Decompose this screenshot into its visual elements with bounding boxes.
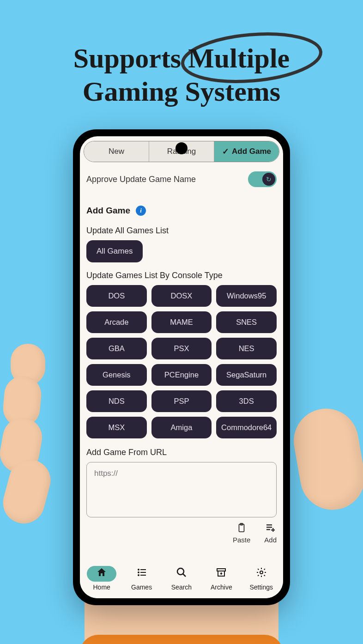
list-icon — [136, 567, 147, 581]
console-dos[interactable]: DOS — [86, 285, 147, 307]
console-grid: DOS DOSX Windows95 Arcade MAME SNES GBA … — [86, 285, 277, 438]
phone-frame: New Ranking ✓ Add Game Approve Update Ga… — [73, 129, 290, 605]
nav-home-label: Home — [93, 583, 110, 591]
tab-new[interactable]: New — [84, 141, 149, 162]
approve-toggle[interactable]: ↻ — [248, 171, 277, 187]
all-games-button[interactable]: All Games — [86, 240, 143, 262]
svg-point-10 — [138, 571, 139, 573]
console-commodore64[interactable]: Commodore64 — [216, 417, 277, 438]
home-icon — [96, 567, 107, 581]
search-icon — [176, 567, 187, 581]
toggle-knob-icon: ↻ — [262, 173, 275, 186]
nav-archive[interactable]: Archive — [206, 566, 236, 591]
console-nds[interactable]: NDS — [86, 390, 147, 412]
paste-button[interactable]: Paste — [233, 522, 250, 544]
console-psx[interactable]: PSX — [151, 338, 212, 359]
svg-point-18 — [260, 571, 263, 574]
headline-line1: Supports Multiple — [0, 42, 363, 75]
console-nes[interactable]: NES — [216, 338, 277, 359]
heading-by-console: Update Games List By Console Type — [86, 271, 277, 280]
console-dosx[interactable]: DOSX — [151, 285, 212, 307]
gear-icon — [256, 567, 267, 581]
add-url-label: Add — [264, 536, 277, 544]
svg-rect-4 — [266, 527, 272, 528]
add-url-button[interactable]: Add — [264, 522, 277, 544]
check-icon: ✓ — [222, 146, 229, 157]
paste-label: Paste — [233, 536, 250, 544]
svg-rect-9 — [140, 569, 146, 570]
nav-home[interactable]: Home — [87, 566, 116, 591]
info-icon[interactable]: i — [136, 206, 146, 216]
console-amiga[interactable]: Amiga — [151, 417, 212, 438]
nav-search[interactable]: Search — [167, 566, 196, 591]
headline-line2: Gaming Systems — [0, 75, 363, 108]
phone-camera-dot — [175, 142, 188, 154]
section-title-text: Add Game — [86, 206, 130, 216]
heading-from-url: Add Game From URL — [86, 448, 277, 457]
console-3ds[interactable]: 3DS — [216, 390, 277, 412]
bottom-nav: Home Games Search Archive — [80, 562, 283, 598]
clipboard-icon — [236, 522, 247, 536]
nav-settings-label: Settings — [249, 583, 273, 591]
svg-rect-13 — [140, 575, 146, 576]
section-add-game: Add Game i — [86, 206, 277, 216]
svg-rect-5 — [266, 529, 270, 530]
svg-point-12 — [138, 574, 139, 576]
console-mame[interactable]: MAME — [151, 311, 212, 333]
console-windows95[interactable]: Windows95 — [216, 285, 277, 307]
nav-archive-label: Archive — [211, 583, 232, 591]
nav-search-label: Search — [171, 583, 192, 591]
tab-add-game-label: Add Game — [232, 147, 271, 156]
headline: Supports Multiple Gaming Systems — [0, 42, 363, 108]
approve-label: Approve Update Game Name — [86, 175, 196, 184]
console-segasaturn[interactable]: SegaSaturn — [216, 364, 277, 386]
archive-icon — [216, 567, 227, 581]
url-input[interactable] — [86, 462, 277, 517]
approve-row: Approve Update Game Name ↻ — [86, 171, 277, 187]
console-msx[interactable]: MSX — [86, 417, 147, 438]
svg-line-15 — [183, 574, 186, 577]
nav-settings[interactable]: Settings — [247, 566, 276, 591]
add-list-icon — [265, 522, 276, 536]
heading-update-all: Update All Games List — [86, 226, 277, 236]
url-actions: Paste Add — [86, 522, 277, 544]
console-pcengine[interactable]: PCEngine — [151, 364, 212, 386]
console-snes[interactable]: SNES — [216, 311, 277, 333]
svg-rect-11 — [140, 572, 146, 573]
nav-games-label: Games — [131, 583, 152, 591]
main-content: Approve Update Game Name ↻ Add Game i Up… — [80, 162, 283, 562]
svg-point-14 — [177, 568, 184, 575]
console-gba[interactable]: GBA — [86, 338, 147, 359]
console-psp[interactable]: PSP — [151, 390, 212, 412]
svg-rect-7 — [271, 529, 275, 531]
console-arcade[interactable]: Arcade — [86, 311, 147, 333]
phone-screen: New Ranking ✓ Add Game Approve Update Ga… — [80, 136, 283, 598]
svg-point-8 — [138, 569, 139, 571]
nav-games[interactable]: Games — [127, 566, 157, 591]
svg-rect-3 — [266, 524, 272, 526]
console-genesis[interactable]: Genesis — [86, 364, 147, 386]
tab-add-game[interactable]: ✓ Add Game — [214, 141, 279, 162]
